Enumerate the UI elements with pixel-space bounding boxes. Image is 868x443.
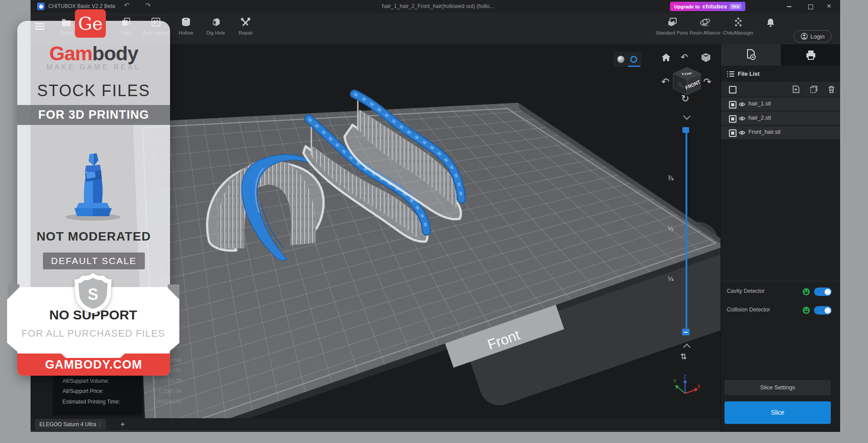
hollow-button[interactable]: Hollow — [169, 15, 203, 42]
file-list-toolbar — [721, 82, 840, 97]
file-row-hair-1[interactable]: hair_1.stl — [721, 97, 840, 111]
notifications-bell-icon[interactable] — [766, 18, 775, 29]
add-file-icon[interactable] — [792, 85, 799, 93]
file-checkbox[interactable] — [729, 101, 736, 109]
trash-icon[interactable] — [828, 85, 835, 93]
layer-slider-lower-handle[interactable] — [682, 329, 690, 335]
cube-icon — [701, 53, 711, 62]
panel-divider — [721, 281, 840, 281]
home-icon — [661, 53, 671, 62]
render-mode-toggle — [613, 52, 642, 67]
fraction-half: ½ — [662, 225, 674, 232]
printer-name: ELEGOO Saturn 4 Ultra — [39, 421, 96, 427]
login-button[interactable]: Login — [794, 30, 832, 43]
repair-button[interactable]: Repair — [229, 15, 263, 42]
axis-z-label: Z — [684, 375, 687, 379]
select-all-checkbox[interactable] — [729, 86, 736, 93]
upgrade-prefix: Upgrade to — [674, 4, 700, 9]
solid-view-icon[interactable] — [617, 56, 624, 63]
cavity-ok-smiley-icon — [802, 288, 810, 295]
cavity-detector-row: Cavity Detector — [721, 284, 840, 299]
perspective-button[interactable] — [701, 53, 711, 64]
chitumanager-button[interactable]: ChituManager — [721, 15, 755, 42]
not-moderated-text: NOT MODERATED — [17, 229, 170, 244]
file-settings-icon — [746, 49, 756, 61]
chitubox-brand: chitubox — [702, 4, 727, 10]
axis-x-label: X — [697, 384, 701, 389]
gambody-watermark-card: Gambody MAKE GAME REAL STOCK FILES FOR 3… — [17, 21, 170, 376]
bottom-divider — [31, 430, 840, 432]
slice-settings-button[interactable]: Slice Settings — [725, 380, 831, 395]
printer-tab[interactable]: ELEGOO Saturn 4 Ultra ⋮ — [35, 419, 106, 430]
hollow-icon — [180, 17, 192, 27]
stock-files-text: STOCK FILES — [17, 82, 170, 100]
printer-icon — [805, 50, 817, 60]
collision-detector-toggle[interactable] — [814, 306, 832, 315]
collision-ok-smiley-icon — [802, 307, 810, 314]
undo-icon[interactable]: ↶ — [121, 1, 132, 11]
stat-row-volume: All/Support Volume:17.87/10.28 — [53, 376, 182, 386]
gambody-tagline: MAKE GAME REAL — [17, 63, 170, 71]
chitubox-logo-icon — [37, 3, 45, 10]
chitumanager-icon — [733, 17, 744, 27]
layer-slider-upper-handle[interactable] — [682, 127, 689, 133]
slice-button[interactable]: Slice — [725, 401, 831, 424]
home-view-button[interactable] — [661, 53, 671, 64]
file-list-header: File List — [721, 66, 840, 82]
minimize-button[interactable] — [783, 2, 795, 11]
upgrade-to-pro-button[interactable]: Upgrade to chitubox Pro — [670, 2, 745, 11]
user-icon — [801, 33, 808, 40]
standard-parts-icon — [666, 17, 677, 27]
cavity-detector-toggle[interactable] — [814, 288, 832, 296]
add-printer-button[interactable]: + — [117, 419, 128, 430]
gambody-brand: Gambody — [17, 42, 170, 65]
resin-alliance-icon: RMA — [699, 17, 711, 27]
tab-file-settings[interactable] — [721, 44, 781, 66]
app-title: CHITUBOX Basic V2.2 Beta — [48, 3, 115, 9]
file-checkbox[interactable] — [729, 115, 736, 123]
shield-letter: S — [88, 285, 98, 303]
close-button[interactable]: × — [823, 2, 835, 11]
layer-slider-track[interactable] — [686, 129, 687, 330]
orbit-left-icon[interactable]: ↶ — [661, 76, 669, 87]
for-3d-printing-band: FOR 3D PRINTING — [17, 105, 170, 125]
orbit-right-icon[interactable]: ↷ — [703, 76, 711, 87]
file-list-title: File List — [738, 70, 760, 77]
resin-alliance-button[interactable]: RMA Resin Alliance — [688, 15, 722, 42]
statue-illustration — [58, 142, 128, 222]
fraction-quarter: ¼ — [662, 275, 674, 282]
redo-icon[interactable]: ↷ — [143, 1, 153, 11]
document-title: hair_1_hair_2_Front_hair(hollowed out) (… — [296, 3, 580, 9]
axis-indicator: Z Y X — [672, 375, 701, 398]
list-icon — [727, 71, 734, 77]
arrange-icon[interactable] — [810, 85, 818, 93]
visibility-eye-icon[interactable] — [739, 130, 745, 135]
banner-tab — [61, 353, 125, 358]
svg-text:RMA: RMA — [702, 24, 708, 27]
pro-badge: Pro — [730, 4, 741, 9]
shield-icon: S — [74, 272, 112, 314]
standard-parts-button[interactable]: Standard Parts — [655, 15, 689, 42]
login-label: Login — [810, 33, 825, 40]
view-cube[interactable]: TOP FRONT LEFT — [671, 65, 703, 97]
title-bar: CHITUBOX Basic V2.2 Beta ↶ ↷ hair_1_hair… — [31, 0, 840, 13]
tab-printer[interactable] — [781, 44, 840, 66]
xray-view-icon[interactable] — [630, 56, 637, 63]
right-panel: File List hair_1.stl hair_2.stl Front_ha… — [721, 44, 840, 432]
file-row-hair-2[interactable]: hair_2.stl — [721, 112, 840, 125]
file-row-front-hair[interactable]: Front_hair.stl — [721, 126, 840, 139]
restore-button[interactable] — [805, 2, 816, 11]
axis-y-label: Y — [673, 378, 677, 384]
stat-row-time: Estimated Printing Time:2h35m52s — [53, 397, 182, 407]
printer-options-icon[interactable]: ⋮ — [97, 419, 102, 430]
visibility-eye-icon[interactable] — [739, 102, 745, 107]
file-checkbox[interactable] — [729, 129, 736, 137]
visibility-eye-icon[interactable] — [739, 116, 745, 121]
adjust-layers-icon[interactable]: ⇅ — [680, 352, 687, 361]
dig-hole-button[interactable]: Dig Hole — [199, 15, 232, 42]
stat-row-price: All/Support Price:0.59/0.34 — [53, 386, 182, 396]
gambody-ge-logo: Ge — [75, 9, 106, 38]
no-support-subtitle: FOR ALL PURCHASED FILES — [7, 328, 179, 339]
rotate-180-icon[interactable]: ↻ — [681, 93, 689, 104]
rotate-view-ccw-button[interactable]: ↶ — [681, 52, 688, 62]
